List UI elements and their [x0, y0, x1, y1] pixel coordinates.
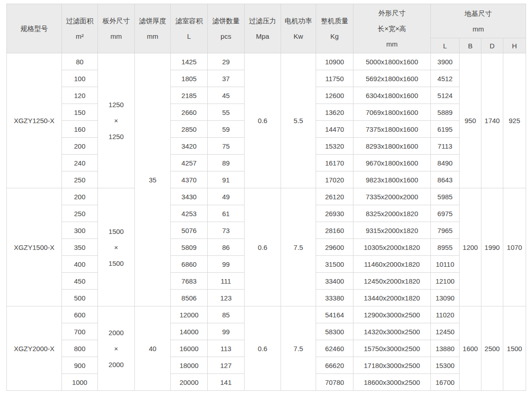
- filter-area-cell: 100: [62, 70, 98, 87]
- foundation-d-cell: 1740: [481, 53, 503, 188]
- cake-count-cell: 141: [208, 374, 245, 391]
- foundation-l-cell: 8955: [431, 239, 460, 256]
- foundation-d-cell: 2500: [481, 306, 503, 391]
- filter-area-cell: 200: [62, 138, 98, 155]
- col-header-foundation-size-title: 地基尺寸: [465, 10, 492, 17]
- col-header-filter-pressure-unit: Mpa: [256, 33, 269, 40]
- col-header-cake-count-unit: pcs: [220, 33, 231, 40]
- filter-area-cell: 600: [62, 306, 98, 323]
- overall-size-cell: 7335x2000x2000: [353, 188, 431, 205]
- cake-count-cell: 111: [208, 273, 245, 290]
- overall-size-cell: 9670x1800x1600: [353, 155, 431, 171]
- machine-weight-cell: 26930: [316, 205, 353, 222]
- filter-area-cell: 150: [62, 104, 98, 121]
- foundation-l-cell: 8643: [431, 171, 460, 188]
- col-header-overall-size-subtitle: 长×宽×高: [378, 25, 406, 32]
- filter-pressure-cell: 0.6: [245, 53, 281, 188]
- col-header-plate-size: 板外尺寸 mm: [98, 4, 135, 53]
- col-header-machine-weight-title: 整机质量: [321, 17, 348, 24]
- col-header-machine-weight: 整机质量 Kg: [316, 4, 353, 53]
- overall-size-cell: 7375x1800x1600: [353, 121, 431, 138]
- foundation-l-cell: 13880: [431, 340, 460, 357]
- machine-weight-cell: 33380: [316, 290, 353, 306]
- foundation-d-cell: 1990: [481, 188, 503, 306]
- cake-count-cell: 99: [208, 256, 245, 273]
- machine-weight-cell: 11750: [316, 70, 353, 87]
- col-header-filter-pressure: 过滤压力 Mpa: [245, 4, 281, 53]
- col-header-cake-count: 滤饼数量 pcs: [208, 4, 245, 53]
- foundation-l-cell: 10110: [431, 256, 460, 273]
- chamber-volume-cell: 18000: [171, 357, 208, 374]
- filter-area-cell: 500: [62, 290, 98, 306]
- cake-count-cell: 123: [208, 290, 245, 306]
- cake-count-cell: 55: [208, 104, 245, 121]
- plate-size-line: 1500: [108, 260, 123, 267]
- filter-area-cell: 900: [62, 357, 98, 374]
- plate-size-line: 2000: [108, 361, 123, 368]
- plate-size-stack: 2000×2000: [99, 329, 133, 368]
- filter-area-cell: 120: [62, 87, 98, 104]
- filter-area-cell: 240: [62, 155, 98, 171]
- chamber-volume-cell: 1425: [171, 53, 208, 70]
- foundation-l-cell: 5985: [431, 188, 460, 205]
- cake-count-cell: 85: [208, 306, 245, 323]
- filter-area-cell: 200: [62, 188, 98, 205]
- col-header-chamber-volume: 滤室容积 L: [171, 4, 208, 53]
- filter-area-cell: 450: [62, 273, 98, 290]
- col-header-motor-power-unit: Kw: [294, 33, 303, 40]
- machine-weight-cell: 33400: [316, 273, 353, 290]
- col-header-model-label: 规格型号: [20, 25, 48, 32]
- plate-size-line: 1250: [108, 101, 123, 108]
- machine-weight-cell: 26120: [316, 188, 353, 205]
- foundation-l-cell: 16700: [431, 374, 460, 391]
- col-header-motor-power-title: 电机功率: [285, 17, 312, 24]
- chamber-volume-cell: 4253: [171, 205, 208, 222]
- foundation-l-cell: 12100: [431, 273, 460, 290]
- cake-count-cell: 86: [208, 239, 245, 256]
- foundation-l-cell: 7965: [431, 222, 460, 239]
- spec-table-body: XGZY1250-X801250×1250351425290.65.510900…: [7, 53, 526, 391]
- model-cell: XGZY2000-X: [7, 306, 62, 391]
- motor-power-cell: 7.5: [281, 306, 316, 391]
- foundation-l-cell: 6975: [431, 205, 460, 222]
- foundation-l-cell: 13090: [431, 290, 460, 306]
- chamber-volume-cell: 20000: [171, 374, 208, 391]
- machine-weight-cell: 29600: [316, 239, 353, 256]
- col-header-overall-size-unit: mm: [386, 41, 398, 47]
- filter-pressure-cell: 0.6: [245, 306, 281, 391]
- chamber-volume-cell: 2185: [171, 87, 208, 104]
- foundation-l-cell: 11020: [431, 306, 460, 323]
- overall-size-cell: 10305x2000x1820: [353, 239, 431, 256]
- filter-pressure-cell: 0.6: [245, 188, 281, 306]
- chamber-volume-cell: 12000: [171, 306, 208, 323]
- chamber-volume-cell: 3420: [171, 138, 208, 155]
- overall-size-cell: 18600x3000x2500: [353, 374, 431, 391]
- machine-weight-cell: 58300: [316, 323, 353, 340]
- machine-weight-cell: 15320: [316, 138, 353, 155]
- plate-size-stack: 1500×1500: [99, 228, 133, 267]
- plate-size-stack: 1250×1250: [99, 101, 133, 140]
- foundation-l-cell: 5124: [431, 87, 460, 104]
- cake-count-cell: 45: [208, 87, 245, 104]
- overall-size-cell: 9823x1800x1600: [353, 171, 431, 188]
- header-row-main: 规格型号 过滤面积 m² 板外尺寸 mm 滤饼厚度: [7, 4, 526, 38]
- col-header-foundation-size-unit: mm: [473, 26, 484, 32]
- cake-count-cell: 61: [208, 205, 245, 222]
- col-header-plate-size-unit: mm: [111, 33, 122, 40]
- foundation-l-cell: 6195: [431, 121, 460, 138]
- foundation-l-cell: 4512: [431, 70, 460, 87]
- foundation-b-cell: 1600: [460, 306, 481, 391]
- overall-size-cell: 9315x2000x1820: [353, 222, 431, 239]
- col-header-filter-area: 过滤面积 m²: [62, 4, 98, 53]
- machine-weight-cell: 62460: [316, 340, 353, 357]
- col-header-filter-pressure-title: 过滤压力: [249, 17, 276, 24]
- col-header-cake-thickness-unit: mm: [147, 33, 159, 40]
- machine-weight-cell: 17020: [316, 171, 353, 188]
- machine-weight-cell: 12600: [316, 87, 353, 104]
- col-header-foundation-b: B: [460, 38, 481, 53]
- col-header-plate-size-title: 板外尺寸: [102, 17, 130, 24]
- overall-size-cell: 8293x1800x1600: [353, 138, 431, 155]
- cake-count-cell: 29: [208, 53, 245, 70]
- overall-size-cell: 8325x2000x1820: [353, 205, 431, 222]
- page: 规格型号 过滤面积 m² 板外尺寸 mm 滤饼厚度: [0, 0, 532, 399]
